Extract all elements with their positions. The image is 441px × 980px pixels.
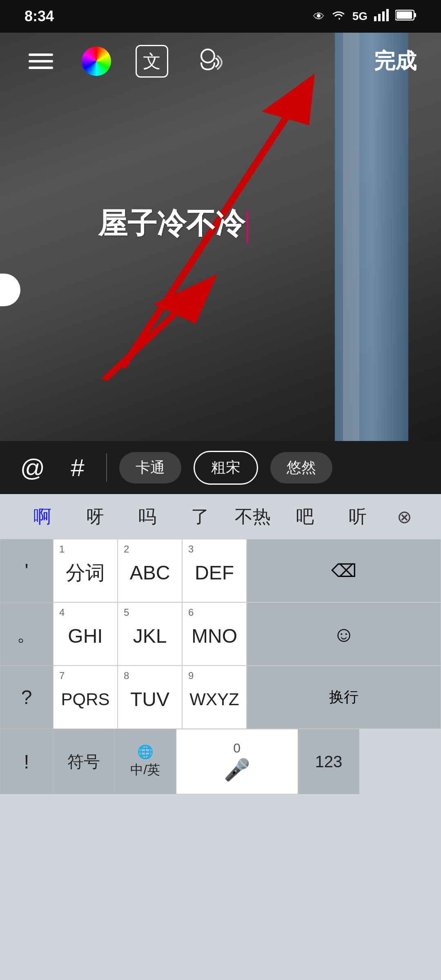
- bottom-key-row: 符号 🌐 中/英 0 🎤 123: [53, 729, 359, 794]
- key-abc[interactable]: 2 ABC: [118, 539, 182, 602]
- color-picker-button[interactable]: [82, 47, 111, 76]
- svg-rect-6: [396, 11, 412, 19]
- keyboard-row-2: 。 4 GHI 5 JKL 6 MNO ☺: [0, 602, 441, 666]
- tts-button[interactable]: [193, 45, 225, 78]
- numbers-key[interactable]: 123: [298, 729, 359, 794]
- svg-point-10: [201, 49, 214, 62]
- photo-area: 文 完成 屋子冷不冷: [0, 33, 441, 441]
- keyboard-row-3: ? 7 PQRS 8 TUV 9 WXYZ 换行: [0, 666, 441, 729]
- punct-col: ': [0, 539, 53, 602]
- text-cursor: [247, 210, 248, 243]
- suggestion-2[interactable]: 吗: [121, 501, 174, 533]
- overlay-text[interactable]: 屋子冷不冷: [98, 204, 248, 243]
- status-bar: 8:34 👁 5G: [0, 0, 441, 33]
- punct-exclaim[interactable]: !: [0, 729, 53, 794]
- main-keys-2: 4 GHI 5 JKL 6 MNO: [53, 602, 247, 666]
- text-style-button[interactable]: 文: [136, 45, 168, 78]
- key-ghi[interactable]: 4 GHI: [53, 602, 118, 666]
- font-youran-button[interactable]: 悠然: [270, 452, 332, 483]
- keyboard-area: ' 1 分词 2 ABC 3 DEF ⌫: [0, 539, 441, 980]
- delete-key[interactable]: ⌫: [247, 539, 441, 602]
- bottom-right-spacer: [359, 729, 441, 794]
- emoji-key[interactable]: ☺: [247, 602, 441, 666]
- mic-icon: 🎤: [224, 757, 250, 782]
- key-row-2: 4 GHI 5 JKL 6 MNO: [53, 602, 247, 666]
- punct-col-3: ?: [0, 666, 53, 729]
- svg-rect-7: [29, 53, 53, 56]
- font-cartoon-button[interactable]: 卡通: [119, 452, 181, 483]
- key-jkl[interactable]: 5 JKL: [118, 602, 182, 666]
- hash-symbol-button[interactable]: #: [61, 454, 94, 482]
- globe-icon: 🌐: [137, 744, 154, 760]
- door-frame2-decor: [343, 33, 359, 441]
- svg-rect-2: [382, 11, 385, 21]
- suggestion-6[interactable]: 听: [331, 501, 384, 533]
- key-row-1: 1 分词 2 ABC 3 DEF: [53, 539, 247, 602]
- key-pqrs[interactable]: 7 PQRS: [53, 666, 118, 729]
- key-fenci[interactable]: 1 分词: [53, 539, 118, 602]
- at-symbol-button[interactable]: @: [16, 454, 49, 482]
- battery-icon: [395, 9, 416, 24]
- wifi-icon: [331, 9, 346, 24]
- punct-period[interactable]: 。: [0, 602, 53, 666]
- punct-question[interactable]: ?: [0, 666, 53, 729]
- svg-rect-5: [414, 13, 416, 17]
- photo-toolbar: 文 完成: [0, 41, 441, 82]
- svg-rect-9: [29, 67, 53, 69]
- suggestion-5[interactable]: 吧: [279, 501, 332, 533]
- font-style-bar: @ # 卡通 粗宋 悠然: [0, 441, 441, 494]
- symbol-key[interactable]: 符号: [53, 729, 114, 794]
- eye-icon: 👁: [313, 10, 325, 23]
- font-bar-divider: [106, 453, 107, 482]
- keyboard-row-4: ! 符号 🌐 中/英 0 🎤 123: [0, 729, 441, 794]
- main-keys-3: 7 PQRS 8 TUV 9 WXYZ: [53, 666, 247, 729]
- suggestion-bar: 啊 呀 吗 了 不热 吧 听 ⊗: [0, 494, 441, 539]
- main-keys: 1 分词 2 ABC 3 DEF: [53, 539, 247, 602]
- 5g-label: 5G: [352, 10, 368, 23]
- newline-key[interactable]: 换行: [247, 666, 441, 729]
- lang-switch-key[interactable]: 🌐 中/英: [114, 729, 176, 794]
- punct-apostrophe[interactable]: ': [0, 539, 53, 602]
- svg-rect-0: [374, 16, 376, 21]
- space-key[interactable]: 0 🎤: [176, 729, 298, 794]
- key-row-3: 7 PQRS 8 TUV 9 WXYZ: [53, 666, 247, 729]
- punct-col-4: !: [0, 729, 53, 794]
- svg-line-13: [104, 294, 196, 380]
- suggestion-1[interactable]: 呀: [69, 501, 122, 533]
- done-button[interactable]: 完成: [374, 47, 416, 76]
- status-icons: 👁 5G: [313, 9, 416, 24]
- left-handle[interactable]: [0, 274, 20, 306]
- svg-rect-3: [386, 9, 389, 21]
- signal-icon: [374, 9, 389, 24]
- suggestion-0[interactable]: 啊: [16, 501, 69, 533]
- suggestion-delete-button[interactable]: ⊗: [384, 506, 425, 527]
- svg-rect-1: [378, 14, 381, 21]
- key-mno[interactable]: 6 MNO: [182, 602, 247, 666]
- keyboard-row-1: ' 1 分词 2 ABC 3 DEF ⌫: [0, 539, 441, 602]
- key-def[interactable]: 3 DEF: [182, 539, 247, 602]
- punct-col-2: 。: [0, 602, 53, 666]
- font-cusong-button[interactable]: 粗宋: [194, 451, 258, 485]
- key-tuv[interactable]: 8 TUV: [118, 666, 182, 729]
- key-wxyz[interactable]: 9 WXYZ: [182, 666, 247, 729]
- hamburger-menu-button[interactable]: [24, 45, 57, 78]
- svg-rect-8: [29, 60, 53, 62]
- suggestion-3[interactable]: 了: [174, 501, 227, 533]
- suggestion-4[interactable]: 不热: [226, 501, 279, 533]
- status-time: 8:34: [24, 8, 54, 25]
